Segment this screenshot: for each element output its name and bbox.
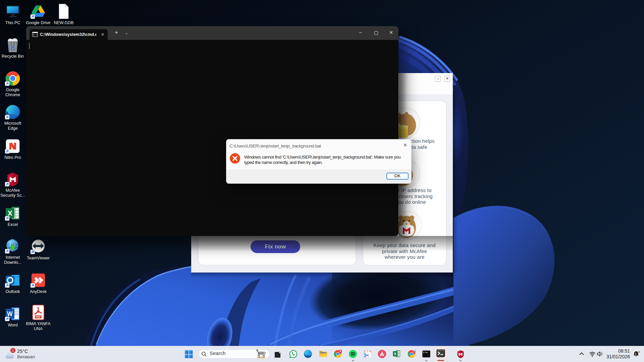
svg-text:z: z (635, 352, 636, 355)
svg-text:z: z (638, 350, 640, 353)
svg-text:C:\_: C:\_ (33, 34, 38, 37)
svg-text:PDF: PDF (36, 316, 41, 318)
